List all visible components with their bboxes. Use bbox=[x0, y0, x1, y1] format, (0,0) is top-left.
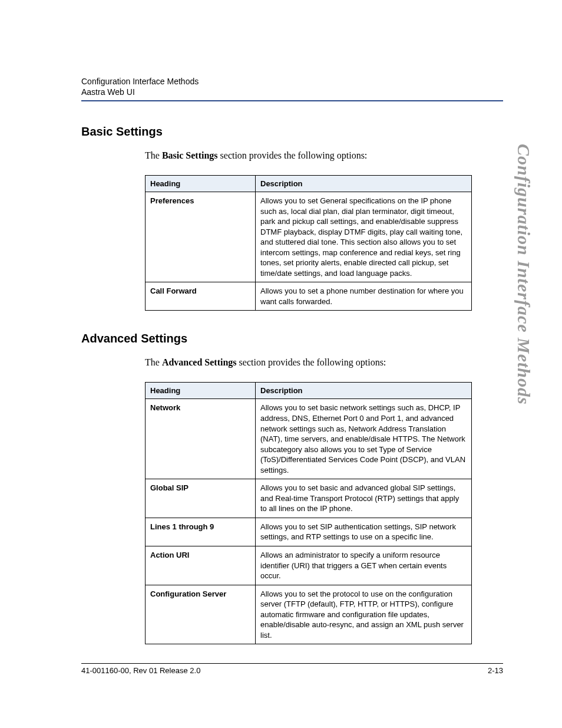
table-col-heading: Heading bbox=[146, 383, 256, 399]
page-header: Configuration Interface Methods Aastra W… bbox=[81, 77, 503, 101]
row-heading: Preferences bbox=[146, 192, 256, 282]
table-row: Network Allows you to set basic network … bbox=[146, 399, 472, 479]
row-description: Allows you to set a phone number destina… bbox=[256, 282, 472, 311]
advanced-settings-intro: The Advanced Settings section provides t… bbox=[145, 357, 503, 368]
table-col-description: Description bbox=[256, 176, 472, 192]
page-footer: 41-001160-00, Rev 01 Release 2.0 2-13 bbox=[81, 663, 503, 675]
row-heading: Configuration Server bbox=[146, 585, 256, 644]
row-description: Allows you to set basic and advanced glo… bbox=[256, 479, 472, 518]
table-row: Configuration Server Allows you to set t… bbox=[146, 585, 472, 644]
row-description: Allows you to set General specifications… bbox=[256, 192, 472, 282]
footer-page-number: 2-13 bbox=[488, 666, 503, 675]
intro-suffix: section provides the following options: bbox=[237, 357, 386, 367]
table-row: Action URI Allows an administrator to sp… bbox=[146, 546, 472, 585]
row-heading: Global SIP bbox=[146, 479, 256, 518]
intro-suffix: section provides the following options: bbox=[218, 150, 368, 160]
table-col-heading: Heading bbox=[146, 176, 256, 192]
header-chapter: Configuration Interface Methods bbox=[81, 77, 503, 86]
row-heading: Network bbox=[146, 399, 256, 479]
row-heading: Action URI bbox=[146, 546, 256, 585]
footer-left: 41-001160-00, Rev 01 Release 2.0 bbox=[81, 666, 200, 675]
table-row: Preferences Allows you to set General sp… bbox=[146, 192, 472, 282]
row-description: Allows you to set the protocol to use on… bbox=[256, 585, 472, 644]
intro-prefix: The bbox=[145, 357, 162, 367]
table-col-description: Description bbox=[256, 383, 472, 399]
intro-prefix: The bbox=[145, 150, 162, 160]
intro-bold: Basic Settings bbox=[162, 150, 218, 160]
basic-settings-heading: Basic Settings bbox=[81, 125, 503, 139]
row-description: Allows you to set SIP authentication set… bbox=[256, 518, 472, 546]
row-description: Allows an administrator to specify a uni… bbox=[256, 546, 472, 585]
table-row: Lines 1 through 9 Allows you to set SIP … bbox=[146, 518, 472, 546]
basic-settings-table: Heading Description Preferences Allows y… bbox=[145, 175, 472, 311]
intro-bold: Advanced Settings bbox=[162, 357, 237, 367]
header-subsection: Aastra Web UI bbox=[81, 87, 503, 97]
table-row: Global SIP Allows you to set basic and a… bbox=[146, 479, 472, 518]
row-heading: Lines 1 through 9 bbox=[146, 518, 256, 546]
advanced-settings-heading: Advanced Settings bbox=[81, 332, 503, 345]
advanced-settings-table: Heading Description Network Allows you t… bbox=[145, 382, 472, 644]
basic-settings-intro: The Basic Settings section provides the … bbox=[145, 150, 503, 161]
row-description: Allows you to set basic network settings… bbox=[256, 399, 472, 479]
table-row: Call Forward Allows you to set a phone n… bbox=[146, 282, 472, 311]
row-heading: Call Forward bbox=[146, 282, 256, 311]
side-chapter-title: Configuration Interface Methods bbox=[514, 144, 534, 405]
